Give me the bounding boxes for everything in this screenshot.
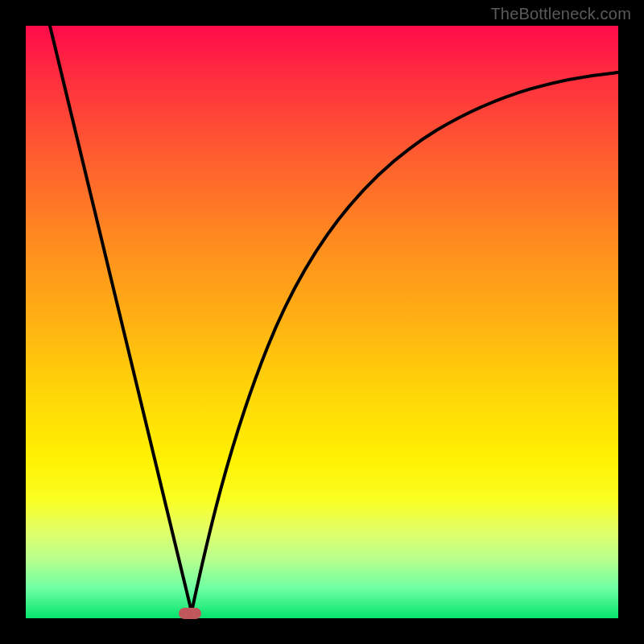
- curve-right-branch: [192, 72, 618, 612]
- chart-frame: TheBottleneck.com: [0, 0, 644, 644]
- plot-area: [26, 26, 618, 618]
- vertex-marker: [179, 608, 201, 619]
- curve-left-branch: [50, 26, 192, 612]
- bottleneck-curve: [26, 26, 618, 618]
- watermark-text: TheBottleneck.com: [490, 5, 631, 23]
